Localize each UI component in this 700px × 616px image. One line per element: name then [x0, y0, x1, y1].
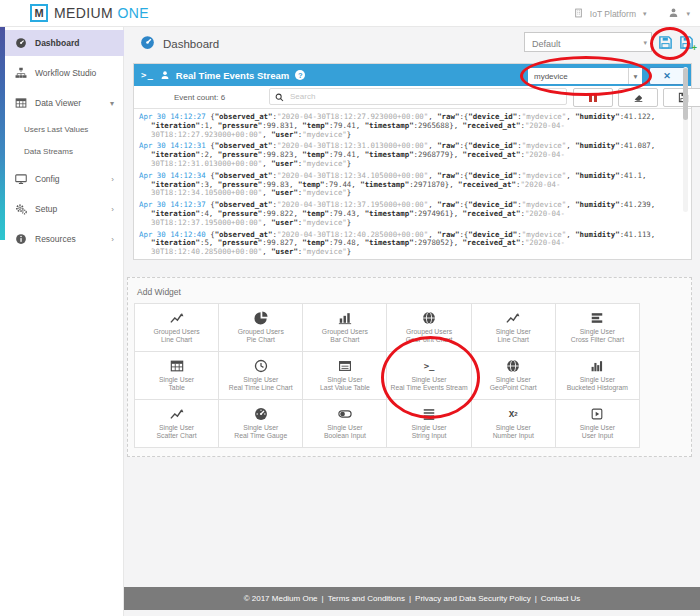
- device-dropdown-caret-icon[interactable]: ▼: [628, 68, 642, 84]
- widget-type-bucketed-histogram[interactable]: Single User Bucketed Histogram: [556, 352, 640, 400]
- widget-type-number-input[interactable]: x2 Single User Number Input: [472, 400, 556, 448]
- widget-type-line2: Bucketed Histogram: [567, 384, 628, 393]
- event-log[interactable]: Apr 30 14:12:27 {"observed_at":"2020-04-…: [134, 109, 691, 261]
- pause-icon: [589, 93, 592, 102]
- contact-link[interactable]: Contact Us: [541, 594, 581, 603]
- sidebar-item-data-viewer[interactable]: Data Viewer ▾: [0, 90, 124, 116]
- sidebar-item-setup[interactable]: Setup ›: [0, 196, 124, 222]
- sidebar-item-data-streams[interactable]: Data Streams: [0, 140, 124, 162]
- logo-m-icon: M: [30, 4, 48, 22]
- add-widget-label: Add Widget: [137, 287, 181, 297]
- widget-type-line1: Grouped Users: [322, 328, 368, 337]
- globe-icon: [506, 359, 520, 374]
- terms-link[interactable]: Terms and Conditions: [328, 594, 405, 603]
- widget-type-grouped-geopoint-chart[interactable]: Grouped Users GeoPoint Chart: [387, 304, 471, 352]
- log-scrollbar[interactable]: [683, 67, 688, 212]
- widget-type-grouped-line-chart[interactable]: Grouped Users Line Chart: [135, 304, 219, 352]
- pie-chart-icon: [254, 311, 268, 326]
- widget-type-last-value-table[interactable]: Single User Last Value Table: [303, 352, 387, 400]
- widget-type-line2: Pie Chart: [247, 336, 275, 345]
- user-caret-icon[interactable]: ▾: [686, 10, 690, 18]
- widget-type-grouped-pie-chart[interactable]: Grouped Users Pie Chart: [219, 304, 303, 352]
- sidebar-subitem-label: Users Last Values: [24, 125, 88, 134]
- pause-stream-button[interactable]: [573, 88, 613, 107]
- lines-icon: [422, 407, 436, 422]
- main-content: Dashboard ▾ + >_ Real Time Events Stream…: [124, 27, 700, 616]
- device-filter-input[interactable]: [528, 68, 628, 84]
- widget-type-line2: Cross Filter Chart: [571, 336, 624, 345]
- search-input[interactable]: [288, 91, 566, 102]
- brand-name-primary: MEDIUM: [54, 5, 113, 21]
- widget-type-real-time-events-stream[interactable]: >_ Single User Real Time Events Stream: [387, 352, 471, 400]
- top-bar: M MEDIUM ONE IoT Platform ▾ ▾: [0, 0, 700, 27]
- sidebar-item-config[interactable]: Config ›: [0, 166, 124, 192]
- sidebar-item-resources[interactable]: Resources ›: [0, 226, 124, 252]
- widget-type-boolean-input[interactable]: Single User Boolean Input: [303, 400, 387, 448]
- bar-chart-icon: [338, 311, 352, 326]
- widget-type-single-line-chart[interactable]: Single User Line Chart: [472, 304, 556, 352]
- info-icon: [14, 233, 27, 245]
- brand-name: MEDIUM ONE: [54, 5, 149, 21]
- widget-type-line2: Line Chart: [161, 336, 192, 345]
- widget-type-cross-filter-chart[interactable]: Single User Cross Filter Chart: [556, 304, 640, 352]
- sidebar: Dashboard Workflow Studio Data Viewer ▾ …: [0, 27, 124, 616]
- x-squared-icon: x2: [509, 407, 518, 422]
- widget-type-line2: GeoPoint Chart: [490, 384, 537, 393]
- widget-type-line2: Real Time Events Stream: [391, 384, 468, 393]
- clear-stream-button[interactable]: [618, 88, 658, 107]
- footer: © 2017 Medium One | Terms and Conditions…: [124, 587, 700, 610]
- sidebar-subitem-label: Data Streams: [24, 147, 73, 156]
- sidebar-item-workflow-studio[interactable]: Workflow Studio: [0, 60, 124, 86]
- gears-icon: [14, 203, 27, 215]
- dashboard-name-input[interactable]: [525, 34, 642, 54]
- sidebar-item-users-last-values[interactable]: Users Last Values: [0, 118, 124, 140]
- sidebar-item-label: Dashboard: [35, 38, 79, 48]
- widget-type-real-time-gauge[interactable]: Single User Real Time Gauge: [219, 400, 303, 448]
- close-widget-button[interactable]: ✕: [649, 67, 685, 85]
- widget-type-table[interactable]: Single User Table: [135, 352, 219, 400]
- select-caret-icon[interactable]: ▾: [643, 39, 647, 47]
- log-entry: Apr 30 14:12:40 {"observed_at":"2020-04-…: [139, 231, 673, 257]
- footer-separator: |: [322, 594, 324, 603]
- log-scrollbar-thumb[interactable]: [683, 68, 688, 120]
- data-table-icon: [14, 97, 27, 109]
- search-box[interactable]: [269, 88, 567, 105]
- widget-type-scatter-chart[interactable]: Single User Scatter Chart: [135, 400, 219, 448]
- dashboard-icon: [14, 37, 27, 49]
- user-icon[interactable]: [668, 7, 679, 20]
- platform-menu[interactable]: IoT Platform: [590, 9, 636, 19]
- export-stream-button[interactable]: [663, 88, 700, 107]
- page-title: Dashboard: [140, 35, 219, 52]
- privacy-link[interactable]: Privacy and Data Security Policy: [415, 594, 531, 603]
- widget-type-grid: Grouped Users Line Chart Grouped Users P…: [134, 303, 640, 448]
- footer-separator: |: [535, 594, 537, 603]
- toggle-icon: [338, 407, 352, 422]
- widget-type-user-input[interactable]: Single User User Input: [556, 400, 640, 448]
- log-entry: Apr 30 14:12:27 {"observed_at":"2020-04-…: [139, 113, 673, 139]
- platform-caret-icon[interactable]: ▾: [643, 10, 647, 18]
- widget-type-line1: Grouped Users: [406, 328, 452, 337]
- line-chart-icon: [170, 311, 184, 326]
- page: M MEDIUM ONE IoT Platform ▾ ▾ Dashboard: [0, 0, 700, 616]
- widget-type-single-geopoint-chart[interactable]: Single User GeoPoint Chart: [472, 352, 556, 400]
- search-icon: [275, 88, 284, 106]
- widget-type-line2: Number Input: [493, 432, 534, 441]
- histogram-icon: [590, 359, 604, 374]
- brand-logo[interactable]: M MEDIUM ONE: [30, 4, 149, 22]
- event-count: Event count: 6: [174, 93, 225, 102]
- sidebar-item-dashboard[interactable]: Dashboard: [5, 30, 124, 56]
- widget-type-line1: Single User: [327, 376, 362, 385]
- widget-type-real-time-line-chart[interactable]: Single User Real Time Line Chart: [219, 352, 303, 400]
- widget-type-grouped-bar-chart[interactable]: Grouped Users Bar Chart: [303, 304, 387, 352]
- widget-type-line1: Single User: [496, 376, 531, 385]
- save-dashboard-button[interactable]: [657, 34, 673, 50]
- help-icon[interactable]: ?: [295, 70, 305, 80]
- save-as-new-dashboard-button[interactable]: +: [678, 34, 694, 50]
- cross-filter-icon: [590, 311, 604, 326]
- widget-type-line1: Single User: [580, 424, 615, 433]
- widget-toolbar: Event count: 6: [134, 86, 691, 109]
- widget-type-line1: Grouped Users: [154, 328, 200, 337]
- widget-type-line2: Boolean Input: [324, 432, 366, 441]
- dashboard-select[interactable]: ▾: [524, 32, 652, 52]
- widget-type-string-input[interactable]: Single User String Input: [387, 400, 471, 448]
